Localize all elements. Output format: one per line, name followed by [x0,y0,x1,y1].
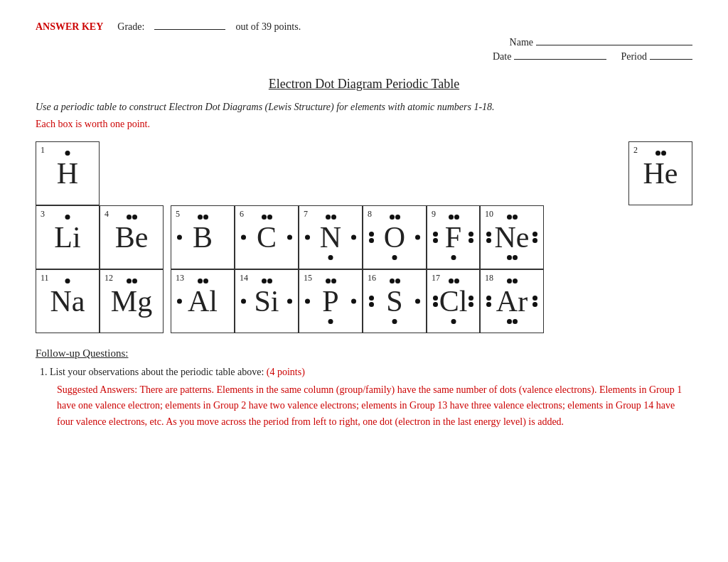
element-C: 6 C [235,205,299,269]
dot [198,279,203,283]
symbol-C: C [257,222,277,252]
question-1: List your observations about the periodi… [50,367,692,430]
dot [433,232,438,237]
pt-row-1: 1 H 2 He [36,141,692,205]
dot [328,319,333,324]
symbol-Cl: Cl [439,286,468,316]
dot [507,279,512,283]
dot [177,299,182,304]
question-1-points: (4 points) [267,367,305,377]
element-S: 16 S [363,269,427,333]
dot [449,215,454,220]
dot [267,215,272,220]
dot [326,215,331,220]
element-P: 15 P [299,269,363,333]
dot [132,279,137,283]
grade-label: Grade: [117,21,144,33]
date-label: Date [493,51,606,63]
dot [486,238,491,243]
dot [454,215,459,220]
dot [513,215,518,220]
dot [469,302,473,307]
dot [469,238,473,243]
element-Li: 3 Li [36,205,100,269]
symbol-S: S [386,286,402,316]
dot [507,255,512,260]
symbol-Be: Be [115,222,149,252]
pt-row-3: 11 Na 12 Mg 13 Al 14 [36,269,692,333]
dot [203,279,208,283]
element-Ne: 10 Ne [480,205,544,269]
dot [507,319,512,324]
dot [267,279,272,283]
name-row: Name [36,37,692,48]
element-B: 5 B [171,205,235,269]
page-title: Electron Dot Diagram Periodic Table [36,77,692,92]
grade-input-line [154,29,225,30]
dot [513,319,518,324]
name-label: Name [510,37,692,48]
symbol-Ar: Ar [496,286,528,316]
dot [395,215,400,220]
periodic-table: 1 H 2 He 3 Li 4 [36,141,692,333]
dot [305,299,310,304]
dot [127,279,132,283]
symbol-P: P [322,286,338,316]
dot [241,235,246,240]
answer-key-label: ANSWER KEY [36,21,103,33]
dot [369,296,374,301]
element-F: 9 F [427,205,480,269]
name-input-line [536,45,692,45]
dot [369,238,374,243]
symbol-Na: Na [50,286,85,316]
dot [513,279,518,283]
symbol-H: H [57,158,78,188]
questions-section: Follow-up Questions: List your observati… [36,347,692,430]
dot [532,232,537,237]
dot [415,235,420,240]
symbol-N: N [320,222,341,252]
header-row: ANSWER KEY Grade: out of 39 points. [36,21,692,33]
dot [486,302,491,307]
dot [328,255,333,260]
element-Na: 11 Na [36,269,100,333]
dot [177,235,182,240]
element-N: 7 N [299,205,363,269]
dot [433,296,438,301]
date-period-row: Date Period [36,51,692,63]
symbol-Si: Si [254,286,279,316]
dot [532,238,537,243]
dot [513,255,518,260]
pt-spacer-1 [100,141,628,205]
grade-suffix: out of 39 points. [235,21,301,33]
dot [369,232,374,237]
dot [331,215,336,220]
dot [65,279,70,283]
dot [661,151,666,156]
instructions: Use a periodic table to construct Electr… [36,102,692,113]
questions-list: List your observations about the periodi… [36,367,692,430]
dot [451,255,456,260]
dot [326,279,331,283]
dot [331,279,336,283]
element-He: 2 He [628,141,692,205]
dot [655,151,660,156]
dot [287,235,292,240]
dot [262,215,267,220]
dot [369,302,374,307]
dot [449,279,454,283]
element-Ar: 18 Ar [480,269,544,333]
dot [65,151,70,156]
symbol-O: O [384,222,405,252]
dot [390,215,395,220]
element-Mg: 12 Mg [100,269,164,333]
dot [65,215,70,220]
symbol-Ne: Ne [495,222,530,252]
dot [433,238,438,243]
symbol-Li: Li [54,222,80,252]
dot [507,215,512,220]
dot [454,279,459,283]
dot [532,302,537,307]
dot [287,299,292,304]
dot [392,255,397,260]
